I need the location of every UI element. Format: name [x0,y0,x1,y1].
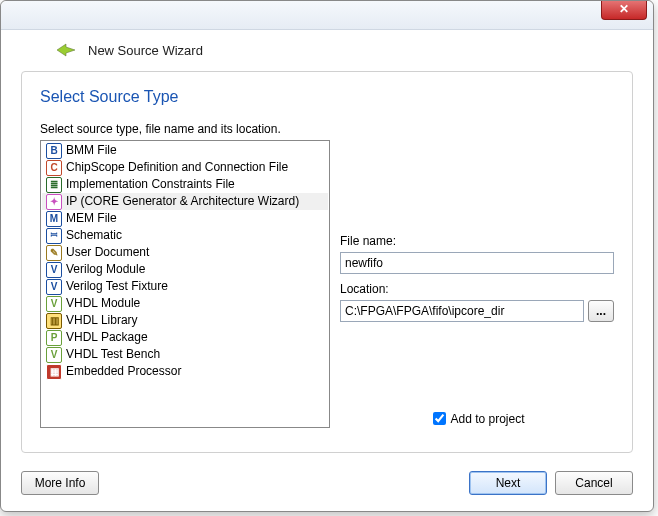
source-type-icon: B [46,143,62,159]
list-item-label: BMM File [66,142,117,159]
more-info-button[interactable]: More Info [21,471,99,495]
list-item[interactable]: ✦IP (CORE Generator & Architecture Wizar… [42,193,328,210]
list-item[interactable]: ≣Implementation Constraints File [42,176,328,193]
list-item-label: VHDL Library [66,312,138,329]
list-item-label: VHDL Module [66,295,140,312]
file-name-label: File name: [340,234,614,248]
source-type-icon: ✎ [46,245,62,261]
title-bar: ✕ [1,1,653,30]
svg-marker-0 [57,44,75,56]
list-item-label: Implementation Constraints File [66,176,235,193]
list-item-label: VHDL Test Bench [66,346,160,363]
add-to-project-checkbox[interactable] [433,412,446,425]
list-item[interactable]: CChipScope Definition and Connection Fil… [42,159,328,176]
wizard-icon [56,40,76,60]
list-item-label: VHDL Package [66,329,148,346]
next-button[interactable]: Next [469,471,547,495]
add-to-project-row: Add to project [340,409,614,428]
page-subtitle: Select source type, file name and its lo… [40,122,614,136]
source-type-icon: V [46,296,62,312]
list-item[interactable]: ▦Embedded Processor [42,363,328,380]
close-button[interactable]: ✕ [601,1,647,20]
add-to-project-label[interactable]: Add to project [450,412,524,426]
source-type-list[interactable]: BBMM FileCChipScope Definition and Conne… [40,140,330,428]
list-item-label: Embedded Processor [66,363,181,380]
list-item-label: MEM File [66,210,117,227]
location-input[interactable] [340,300,584,322]
wizard-window: ✕ New Source Wizard Select Source Type S… [0,0,654,512]
list-item[interactable]: PVHDL Package [42,329,328,346]
list-item[interactable]: VVerilog Test Fixture [42,278,328,295]
cancel-button[interactable]: Cancel [555,471,633,495]
wizard-header: New Source Wizard [1,30,653,70]
list-item[interactable]: ✎User Document [42,244,328,261]
list-item-label: ChipScope Definition and Connection File [66,159,288,176]
source-type-icon: V [46,347,62,363]
source-type-icon: ✦ [46,194,62,210]
list-item[interactable]: VVerilog Module [42,261,328,278]
source-type-icon: M [46,211,62,227]
browse-button[interactable]: ... [588,300,614,322]
wizard-page: Select Source Type Select source type, f… [21,71,633,453]
source-type-icon: ▦ [46,364,62,380]
list-item-label: Verilog Module [66,261,145,278]
file-name-input[interactable] [340,252,614,274]
list-item[interactable]: MMEM File [42,210,328,227]
page-title: Select Source Type [40,88,614,106]
list-item[interactable]: VVHDL Test Bench [42,346,328,363]
source-type-icon: ≣ [46,177,62,193]
list-item[interactable]: ⎶Schematic [42,227,328,244]
list-item-label: IP (CORE Generator & Architecture Wizard… [66,193,299,210]
page-body: BBMM FileCChipScope Definition and Conne… [40,140,614,428]
source-type-icon: C [46,160,62,176]
location-label: Location: [340,282,614,296]
source-type-icon: V [46,279,62,295]
wizard-title: New Source Wizard [88,43,203,58]
list-item-label: Verilog Test Fixture [66,278,168,295]
list-item[interactable]: ▥VHDL Library [42,312,328,329]
source-type-icon: V [46,262,62,278]
right-pane: File name: Location: ... Add to project [340,140,614,428]
list-item[interactable]: VVHDL Module [42,295,328,312]
source-type-icon: P [46,330,62,346]
wizard-footer: More Info Next Cancel [21,471,633,495]
list-item-label: User Document [66,244,149,261]
list-item-label: Schematic [66,227,122,244]
list-item[interactable]: BBMM File [42,142,328,159]
source-type-icon: ▥ [46,313,62,329]
source-type-icon: ⎶ [46,228,62,244]
